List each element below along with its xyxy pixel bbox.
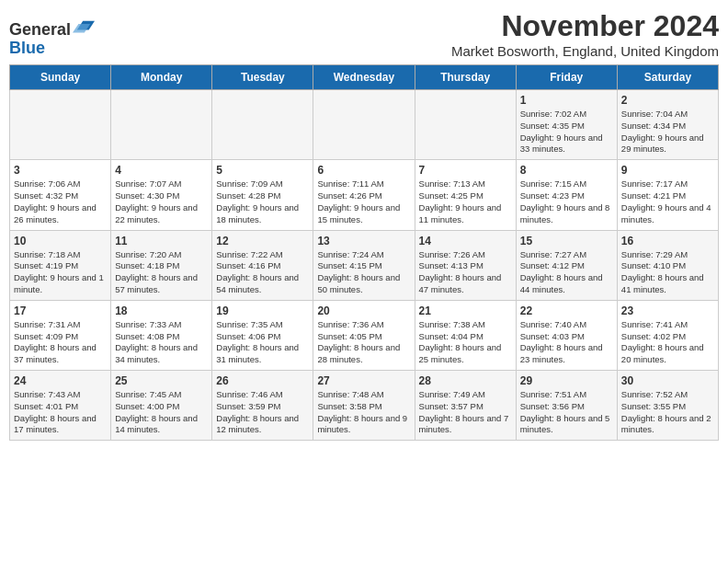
- day-info: Sunrise: 7:48 AMSunset: 3:58 PMDaylight:…: [317, 389, 410, 436]
- day-info: Sunrise: 7:17 AMSunset: 4:21 PMDaylight:…: [621, 178, 714, 225]
- day-number: 27: [317, 374, 410, 387]
- day-info: Sunrise: 7:13 AMSunset: 4:25 PMDaylight:…: [419, 178, 512, 225]
- table-row: [313, 90, 415, 160]
- table-row: 30Sunrise: 7:52 AMSunset: 3:55 PMDayligh…: [617, 371, 718, 441]
- day-info: Sunrise: 7:36 AMSunset: 4:05 PMDaylight:…: [317, 319, 410, 366]
- col-monday: Monday: [111, 65, 212, 90]
- day-info: Sunrise: 7:29 AMSunset: 4:10 PMDaylight:…: [621, 249, 714, 296]
- page-header: General Blue November 2024 Market Boswor…: [9, 9, 719, 59]
- calendar-week-4: 17Sunrise: 7:31 AMSunset: 4:09 PMDayligh…: [10, 300, 719, 370]
- table-row: 2Sunrise: 7:04 AMSunset: 4:34 PMDaylight…: [617, 90, 718, 160]
- table-row: 18Sunrise: 7:33 AMSunset: 4:08 PMDayligh…: [111, 300, 212, 370]
- table-row: 28Sunrise: 7:49 AMSunset: 3:57 PMDayligh…: [415, 371, 516, 441]
- table-row: 26Sunrise: 7:46 AMSunset: 3:59 PMDayligh…: [212, 371, 313, 441]
- day-number: 15: [520, 235, 613, 247]
- table-row: 8Sunrise: 7:15 AMSunset: 4:23 PMDaylight…: [516, 160, 617, 230]
- day-info: Sunrise: 7:46 AMSunset: 3:59 PMDaylight:…: [216, 389, 309, 436]
- day-number: 26: [216, 374, 309, 387]
- table-row: [415, 90, 516, 160]
- day-number: 22: [520, 304, 613, 317]
- day-info: Sunrise: 7:09 AMSunset: 4:28 PMDaylight:…: [216, 178, 309, 225]
- day-number: 16: [621, 235, 714, 247]
- day-number: 14: [419, 235, 512, 247]
- day-number: 11: [115, 235, 208, 247]
- day-info: Sunrise: 7:06 AMSunset: 4:32 PMDaylight:…: [14, 178, 107, 225]
- table-row: 1Sunrise: 7:02 AMSunset: 4:35 PMDaylight…: [516, 90, 617, 160]
- day-info: Sunrise: 7:24 AMSunset: 4:15 PMDaylight:…: [317, 249, 410, 296]
- table-row: [212, 90, 313, 160]
- day-info: Sunrise: 7:02 AMSunset: 4:35 PMDaylight:…: [520, 109, 613, 155]
- day-number: 30: [621, 374, 714, 387]
- col-tuesday: Tuesday: [212, 65, 313, 90]
- page-subtitle: Market Bosworth, England, United Kingdom: [451, 43, 719, 59]
- day-number: 4: [115, 164, 208, 177]
- day-info: Sunrise: 7:38 AMSunset: 4:04 PMDaylight:…: [419, 319, 512, 366]
- table-row: [111, 90, 212, 160]
- calendar-week-5: 24Sunrise: 7:43 AMSunset: 4:01 PMDayligh…: [10, 371, 719, 441]
- day-number: 28: [419, 374, 512, 387]
- day-info: Sunrise: 7:18 AMSunset: 4:19 PMDaylight:…: [14, 249, 107, 296]
- calendar-header-row: Sunday Monday Tuesday Wednesday Thursday…: [10, 65, 719, 90]
- table-row: 27Sunrise: 7:48 AMSunset: 3:58 PMDayligh…: [313, 371, 415, 441]
- day-number: 17: [14, 304, 107, 317]
- day-number: 7: [419, 164, 512, 177]
- col-sunday: Sunday: [10, 65, 111, 90]
- col-thursday: Thursday: [415, 65, 516, 90]
- table-row: 4Sunrise: 7:07 AMSunset: 4:30 PMDaylight…: [111, 160, 212, 230]
- day-info: Sunrise: 7:07 AMSunset: 4:30 PMDaylight:…: [115, 178, 208, 225]
- day-info: Sunrise: 7:22 AMSunset: 4:16 PMDaylight:…: [216, 249, 309, 296]
- table-row: 19Sunrise: 7:35 AMSunset: 4:06 PMDayligh…: [212, 300, 313, 370]
- col-friday: Friday: [516, 65, 617, 90]
- day-info: Sunrise: 7:45 AMSunset: 4:00 PMDaylight:…: [115, 389, 208, 436]
- table-row: 14Sunrise: 7:26 AMSunset: 4:13 PMDayligh…: [415, 230, 516, 300]
- day-number: 24: [14, 374, 107, 387]
- day-info: Sunrise: 7:11 AMSunset: 4:26 PMDaylight:…: [317, 178, 410, 225]
- table-row: 16Sunrise: 7:29 AMSunset: 4:10 PMDayligh…: [617, 230, 718, 300]
- col-saturday: Saturday: [617, 65, 718, 90]
- day-info: Sunrise: 7:33 AMSunset: 4:08 PMDaylight:…: [115, 319, 208, 366]
- calendar-week-3: 10Sunrise: 7:18 AMSunset: 4:19 PMDayligh…: [10, 230, 719, 300]
- day-info: Sunrise: 7:51 AMSunset: 3:56 PMDaylight:…: [520, 389, 613, 436]
- day-number: 20: [317, 304, 410, 317]
- day-number: 21: [419, 304, 512, 317]
- table-row: 20Sunrise: 7:36 AMSunset: 4:05 PMDayligh…: [313, 300, 415, 370]
- day-number: 25: [115, 374, 208, 387]
- table-row: 6Sunrise: 7:11 AMSunset: 4:26 PMDaylight…: [313, 160, 415, 230]
- day-number: 12: [216, 235, 309, 247]
- logo-general: General: [9, 20, 71, 39]
- day-number: 6: [317, 164, 410, 177]
- table-row: 24Sunrise: 7:43 AMSunset: 4:01 PMDayligh…: [10, 371, 111, 441]
- day-info: Sunrise: 7:26 AMSunset: 4:13 PMDaylight:…: [419, 249, 512, 296]
- table-row: 7Sunrise: 7:13 AMSunset: 4:25 PMDaylight…: [415, 160, 516, 230]
- day-number: 10: [14, 235, 107, 247]
- table-row: 25Sunrise: 7:45 AMSunset: 4:00 PMDayligh…: [111, 371, 212, 441]
- col-wednesday: Wednesday: [313, 65, 415, 90]
- day-info: Sunrise: 7:35 AMSunset: 4:06 PMDaylight:…: [216, 319, 309, 366]
- day-number: 9: [621, 164, 714, 177]
- page-title: November 2024: [451, 9, 719, 43]
- logo-icon: [73, 13, 95, 35]
- calendar-week-2: 3Sunrise: 7:06 AMSunset: 4:32 PMDaylight…: [10, 160, 719, 230]
- day-info: Sunrise: 7:41 AMSunset: 4:02 PMDaylight:…: [621, 319, 714, 366]
- day-info: Sunrise: 7:40 AMSunset: 4:03 PMDaylight:…: [520, 319, 613, 366]
- table-row: 22Sunrise: 7:40 AMSunset: 4:03 PMDayligh…: [516, 300, 617, 370]
- table-row: 29Sunrise: 7:51 AMSunset: 3:56 PMDayligh…: [516, 371, 617, 441]
- day-number: 18: [115, 304, 208, 317]
- table-row: 5Sunrise: 7:09 AMSunset: 4:28 PMDaylight…: [212, 160, 313, 230]
- calendar-week-1: 1Sunrise: 7:02 AMSunset: 4:35 PMDaylight…: [10, 90, 719, 160]
- table-row: 9Sunrise: 7:17 AMSunset: 4:21 PMDaylight…: [617, 160, 718, 230]
- day-number: 2: [621, 94, 714, 107]
- day-info: Sunrise: 7:04 AMSunset: 4:34 PMDaylight:…: [621, 109, 714, 155]
- day-info: Sunrise: 7:20 AMSunset: 4:18 PMDaylight:…: [115, 249, 208, 296]
- day-number: 23: [621, 304, 714, 317]
- title-block: November 2024 Market Bosworth, England, …: [451, 9, 719, 59]
- day-number: 29: [520, 374, 613, 387]
- day-number: 19: [216, 304, 309, 317]
- calendar-table: Sunday Monday Tuesday Wednesday Thursday…: [9, 64, 719, 441]
- day-number: 1: [520, 94, 613, 107]
- day-info: Sunrise: 7:15 AMSunset: 4:23 PMDaylight:…: [520, 178, 613, 225]
- day-info: Sunrise: 7:52 AMSunset: 3:55 PMDaylight:…: [621, 389, 714, 436]
- day-number: 8: [520, 164, 613, 177]
- table-row: 11Sunrise: 7:20 AMSunset: 4:18 PMDayligh…: [111, 230, 212, 300]
- day-number: 3: [14, 164, 107, 177]
